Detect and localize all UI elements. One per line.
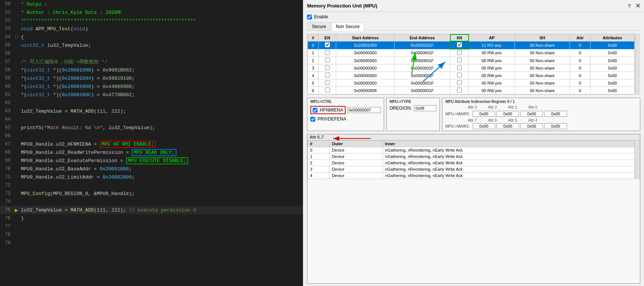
code-line-63: 63 lu32_TempValue = MATH_ADD(111, 222); [0, 107, 303, 115]
mair1-attr4-input[interactable] [545, 123, 567, 129]
privdefena-label: PRIVDEFENA [318, 116, 346, 122]
attr07-title: Attr 0..7 [307, 134, 640, 140]
attr07-scrollbar[interactable] [635, 140, 640, 179]
mair0-attr1-input[interactable] [521, 111, 543, 117]
mpu-title: Memory Protection Unit (MPU) [307, 3, 377, 9]
table-row[interactable]: 1 0x00000000 0x0000001F 00 RW priv 00 No… [308, 49, 635, 57]
enable-label: Enable [314, 14, 328, 19]
enable-row: Enable [307, 14, 640, 19]
attr07-row[interactable]: 0 Device nGathering, nReordering, nEarly… [308, 147, 635, 153]
lower-section: MPU->CTRL HFNMIENA PRIVDEFENA MPU->TYPE [307, 98, 640, 131]
mair0-attr3-input[interactable] [473, 111, 495, 117]
table-row[interactable]: 4 0x00000000 0x0000001F 00 RW priv 00 No… [308, 72, 635, 79]
code-line-57: 57 /* 写入汇编指令，功能->两数相加 */ [0, 58, 303, 66]
code-line-60: 60 *(uint32_t *)(0x20001008) = 0x4408990… [0, 82, 303, 91]
code-line-68: 68 MPU0_Handle.u32_ReadWritePermission =… [0, 148, 303, 156]
row2-xn-checkbox[interactable] [457, 58, 462, 63]
col-ap: AP [469, 34, 515, 41]
row1-xn-checkbox[interactable] [457, 50, 462, 55]
table-row[interactable]: 5 0x00000000 0x0000001F 00 RW priv 00 No… [308, 79, 635, 87]
row0-en-checkbox[interactable] [325, 42, 330, 47]
dregion-label: DREGION: [390, 106, 412, 111]
mair1-attr6-input[interactable] [497, 123, 519, 129]
col-sh: SH [515, 34, 570, 41]
row0-xn-checkbox[interactable] [457, 42, 462, 47]
code-line-79: 79 [0, 239, 303, 247]
mair1-label: MPU->MAIR1: [445, 124, 470, 128]
code-line-55: 55 uint32_t lu32_TempValue; [0, 41, 303, 49]
tab-non-secure[interactable]: Non Secure [331, 22, 364, 31]
ctrl-value-input[interactable] [347, 107, 381, 113]
code-line-78: 78 [0, 231, 303, 239]
region-table-wrapper: # EN Start Address End Address XN AP SH … [307, 34, 635, 95]
col-en: EN [319, 34, 336, 41]
table-scrollbar[interactable] [635, 34, 640, 95]
code-line-62: 62 [0, 99, 303, 107]
mair0-attr0-input[interactable] [545, 111, 567, 117]
privdefena-checkbox[interactable] [310, 117, 315, 122]
row5-xn-checkbox[interactable] [457, 80, 462, 85]
table-row[interactable]: 0 0x20001000 0x2000201F 11 RO any. 00 No… [308, 41, 635, 49]
attr07-table: # Outer Inner 0 Device nGathering, nReor… [307, 140, 635, 179]
tabs-row: Secure Non Secure [307, 22, 640, 31]
attr3-label: Attr 3 [468, 105, 477, 109]
code-line-59: 59 *(uint32_t *)(0x20001004) = 0x9801910… [0, 74, 303, 82]
enable-checkbox[interactable] [307, 15, 312, 19]
col-attributes: Attributes [591, 34, 635, 41]
col-end: End Address [395, 34, 450, 41]
code-line-51: 51 * Author : Chris_Kyle Data : 2020年 [0, 8, 303, 16]
close-button[interactable]: ✕ [635, 2, 640, 9]
attr7-label: Attr 7 [468, 118, 477, 122]
attr07-row[interactable]: 4 Device nGathering, nReordering, nEarly… [308, 173, 635, 179]
tab-secure[interactable]: Secure [307, 22, 331, 30]
code-line-74: 74 [0, 198, 303, 206]
dregion-input[interactable] [414, 105, 436, 111]
code-line-67: 67 MPU0_Handle.u32_HFNMIENA = MPU HF NMI… [0, 140, 303, 148]
code-line-52: 52 *************************************… [0, 16, 303, 25]
mair1-attr7-input[interactable] [473, 123, 495, 129]
code-line-70: 70 MPU0_Handle.u32_BaseAddr = 0x20001000… [0, 165, 303, 173]
row6-en-checkbox[interactable] [325, 88, 330, 92]
col-attr: Attr [570, 34, 590, 41]
code-line-69: 69 MPU0_Handle.u32_ExecutePermission = M… [0, 156, 303, 165]
code-line-56: 56 [0, 49, 303, 58]
attr07-col-inner: Inner [383, 141, 634, 147]
code-line-66: 66 [0, 132, 303, 140]
hfnmiena-label: HFNMIENA [320, 107, 343, 113]
attr1-label: Attr 1 [508, 105, 517, 109]
code-line-77: 77 [0, 222, 303, 231]
hfnmiena-checkbox[interactable] [313, 108, 318, 113]
attr07-section: Attr 0..7 # Outer Inner 0 [307, 134, 640, 284]
row4-xn-checkbox[interactable] [457, 73, 462, 77]
table-row[interactable]: 3 0x00000000 0x0000001F 00 RW priv 00 No… [308, 64, 635, 72]
row6-xn-checkbox[interactable] [457, 88, 462, 92]
mair1-attr5-input[interactable] [521, 123, 543, 129]
code-line-54: 54 □ { [0, 33, 303, 41]
mpu-type-title: MPU->TYPE [390, 100, 436, 104]
attr07-row[interactable]: 2 Device nGathering, nReordering, nEarly… [308, 160, 635, 166]
table-row[interactable]: 6 0x00000008 0x0000001F 00 RW priv 00 No… [308, 87, 635, 94]
row1-en-checkbox[interactable] [325, 50, 330, 55]
attr07-col-hash: # [308, 141, 329, 147]
attr07-row[interactable]: 1 Device nGathering, nReordering, nEarly… [308, 153, 635, 160]
code-line-53: 53 void APP_MPU_Test(void) [0, 25, 303, 33]
row5-en-checkbox[interactable] [325, 80, 330, 85]
attr5-label: Attr 5 [508, 118, 517, 122]
mair0-attr2-input[interactable] [497, 111, 519, 117]
code-line-71: 71 MPU0_Handle.u32_LimitAddr = 0x2000200… [0, 173, 303, 181]
row4-en-checkbox[interactable] [325, 73, 330, 77]
mpu-ctrl-box: MPU->CTRL HFNMIENA PRIVDEFENA [307, 98, 384, 131]
row2-en-checkbox[interactable] [325, 58, 330, 63]
code-line-64: 64 [0, 115, 303, 124]
table-row[interactable]: 2 0x00000000 0x0000001F 00 RW priv 00 No… [308, 57, 635, 64]
row3-en-checkbox[interactable] [325, 65, 330, 70]
row3-xn-checkbox[interactable] [457, 65, 462, 70]
mpu-ctrl-title: MPU->CTRL [310, 100, 381, 104]
attr07-row[interactable]: 3 Device nGathering, nReordering, nEarly… [308, 166, 635, 173]
attr4-label: Attr 4 [528, 118, 537, 122]
help-button[interactable]: ? [628, 3, 631, 9]
code-line-73: 73 MPU_Config(MPU_REGION_0, &MPU0_Handle… [0, 189, 303, 198]
mpu-type-box: MPU->TYPE DREGION: [386, 98, 440, 131]
code-line-76: 76 } [0, 214, 303, 222]
mpu-attr-title: MPU Attribute Indirection Register 0 / 1 [445, 100, 637, 104]
